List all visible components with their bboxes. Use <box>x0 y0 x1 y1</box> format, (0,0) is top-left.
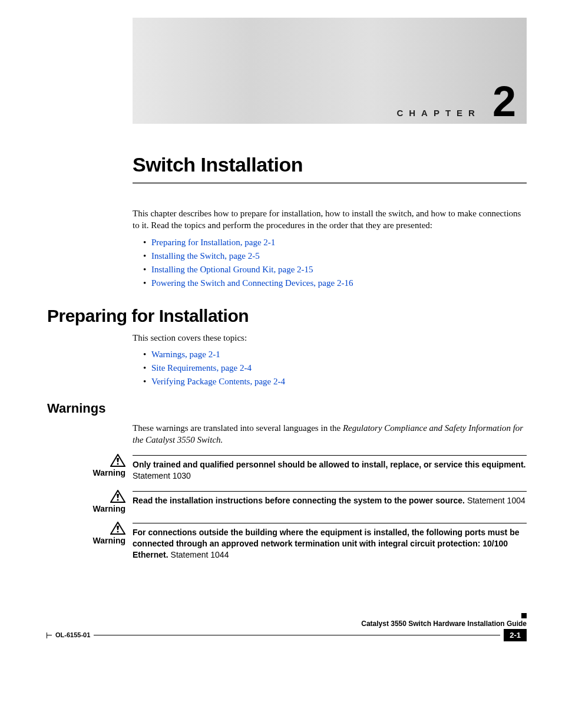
intro-paragraph: This chapter describes how to prepare fo… <box>133 207 527 232</box>
warning-bold: Only trained and qualified personnel sho… <box>133 460 525 469</box>
warning-block: Warning For connections outside the buil… <box>47 522 527 561</box>
svg-marker-1 <box>117 458 119 462</box>
list-item: Powering the Switch and Connecting Devic… <box>143 278 527 288</box>
warnings-intro: These warnings are translated into sever… <box>133 422 527 446</box>
svg-marker-7 <box>117 526 119 530</box>
toc-link[interactable]: Powering the Switch and Connecting Devic… <box>151 278 353 288</box>
warning-rule <box>133 523 527 523</box>
list-item: Installing the Optional Ground Kit, page… <box>143 265 527 275</box>
toc-link[interactable]: Warnings, page 2-1 <box>151 350 220 359</box>
toc-link[interactable]: Installing the Switch, page 2-5 <box>151 251 260 261</box>
chapter-number: 2 <box>492 85 516 119</box>
chapter-label: CHAPTER <box>396 108 481 118</box>
warning-bold: Read the installation instructions befor… <box>133 496 465 505</box>
toc-link[interactable]: Preparing for Installation, page 2-1 <box>151 238 275 247</box>
warning-rest: Statement 1004 <box>465 496 525 505</box>
footer-doc-id: OL-6155-01 <box>52 631 94 638</box>
page-footer: Catalyst 3550 Switch Hardware Installati… <box>47 620 527 647</box>
preparing-toc: Warnings, page 2-1 Site Requirements, pa… <box>133 350 527 387</box>
warning-text: Only trained and qualified personnel sho… <box>133 459 527 482</box>
warning-icon <box>110 522 125 535</box>
warning-block: Warning Only trained and qualified perso… <box>47 454 527 482</box>
warning-block: Warning Read the installation instructio… <box>47 490 527 513</box>
toc-link[interactable]: Verifying Package Contents, page 2-4 <box>151 377 285 386</box>
warning-rest: Statement 1044 <box>168 550 229 559</box>
warning-icon <box>110 490 125 503</box>
warning-text: Read the installation instructions befor… <box>133 495 527 506</box>
warning-rule <box>133 491 527 492</box>
subsection-heading-warnings: Warnings <box>47 401 527 416</box>
svg-point-2 <box>117 463 119 465</box>
footer-marker <box>521 613 527 618</box>
section-heading-preparing: Preparing for Installation <box>47 306 527 326</box>
intro-toc: Preparing for Installation, page 2-1 Ins… <box>133 238 527 288</box>
svg-point-8 <box>117 531 119 533</box>
footer-page-number: 2-1 <box>504 629 527 641</box>
footer-guide-title: Catalyst 3550 Switch Hardware Installati… <box>47 620 527 628</box>
list-item: Preparing for Installation, page 2-1 <box>143 238 527 248</box>
footer-rule <box>94 635 500 635</box>
title-rule <box>133 182 527 184</box>
toc-link[interactable]: Site Requirements, page 2-4 <box>151 363 252 373</box>
warning-label: Warning <box>93 536 125 545</box>
footer-rule <box>47 635 52 635</box>
warning-rule <box>133 455 527 456</box>
list-item: Warnings, page 2-1 <box>143 350 527 360</box>
list-item: Verifying Package Contents, page 2-4 <box>143 377 527 387</box>
chapter-banner: CHAPTER 2 <box>133 18 527 124</box>
warning-text: For connections outside the building whe… <box>133 527 527 561</box>
warning-label: Warning <box>93 504 125 513</box>
toc-link[interactable]: Installing the Optional Ground Kit, page… <box>151 265 313 274</box>
warning-icon <box>110 454 125 467</box>
chapter-title: Switch Installation <box>133 153 527 176</box>
preparing-intro: This section covers these topics: <box>133 332 527 344</box>
svg-point-5 <box>117 499 119 501</box>
list-item: Site Requirements, page 2-4 <box>143 363 527 373</box>
warning-label: Warning <box>93 468 125 477</box>
warning-rest: Statement 1030 <box>133 471 191 480</box>
list-item: Installing the Switch, page 2-5 <box>143 251 527 261</box>
svg-marker-4 <box>117 494 119 498</box>
warnings-intro-prefix: These warnings are translated into sever… <box>133 423 343 433</box>
